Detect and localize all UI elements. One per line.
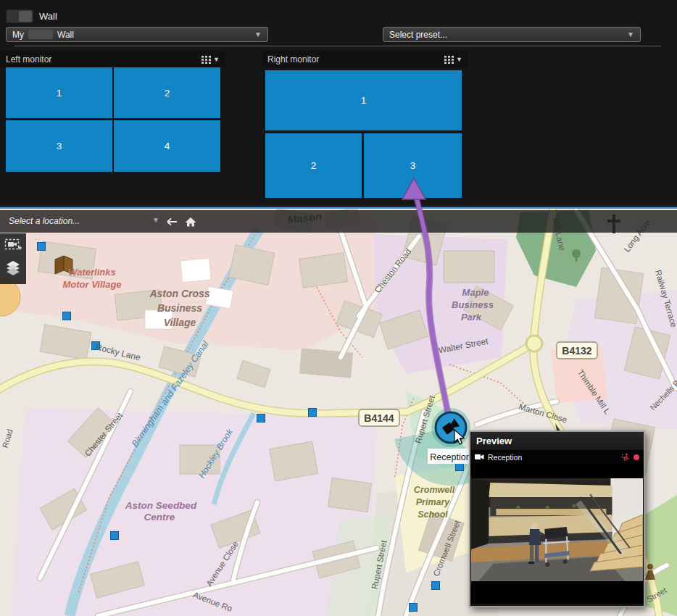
- wall-selector-suffix: Wall: [57, 30, 74, 40]
- location-dropdown-caret-icon[interactable]: ▼: [152, 216, 159, 224]
- right-monitor-title: Right monitor: [267, 54, 319, 64]
- chevron-down-icon: ▼: [456, 56, 462, 63]
- map-camera-marker[interactable]: [111, 532, 119, 540]
- right-monitor-tile-3[interactable]: 3: [364, 133, 462, 198]
- map-label: Maple: [462, 287, 489, 298]
- right-monitor-header: Right monitor ▼: [262, 51, 468, 68]
- grid-layout-icon: [202, 56, 211, 64]
- map-toolbar: Select a location... ▼: [0, 210, 677, 233]
- layers-icon: [5, 260, 21, 276]
- map-layers-button[interactable]: [3, 259, 23, 278]
- camera-icon: [475, 454, 484, 460]
- preview-window: Preview Reception: [469, 430, 645, 607]
- map-label: Business: [452, 299, 494, 310]
- map-back-button[interactable]: [164, 214, 180, 230]
- wall-toggle-label: Wall: [39, 11, 57, 22]
- map-camera-marker[interactable]: [456, 463, 464, 471]
- map-label: Business: [157, 302, 202, 314]
- map-camera-marker[interactable]: [63, 312, 71, 320]
- motion-detected-icon: [621, 453, 630, 462]
- map-label: Village: [164, 317, 196, 328]
- back-arrow-icon: [166, 217, 178, 226]
- wall-selector-dropdown[interactable]: My Wall ▼: [6, 27, 268, 42]
- left-monitor-layout-button[interactable]: ▼: [202, 56, 220, 64]
- map-label: Centre: [144, 512, 175, 523]
- left-monitor-tile-1[interactable]: 1: [6, 67, 112, 118]
- camera-feed-image: [471, 478, 643, 581]
- right-monitor-tile-2[interactable]: 2: [265, 133, 362, 198]
- road-badge-label: B4144: [364, 412, 394, 424]
- chevron-down-icon: ▼: [254, 30, 262, 38]
- left-monitor-title: Left monitor: [6, 54, 51, 64]
- chevron-down-icon: ▼: [213, 56, 220, 63]
- recording-indicator-dot: [634, 454, 639, 460]
- left-monitor-tile-2[interactable]: 2: [114, 67, 220, 118]
- map-camera-marker[interactable]: [38, 243, 46, 251]
- preset-placeholder: Select preset...: [389, 30, 447, 40]
- camera-select-icon: [4, 237, 22, 253]
- right-monitor-layout-button[interactable]: ▼: [444, 56, 462, 64]
- preview-camera-header: Reception: [470, 451, 644, 463]
- map-label: Cromwell: [414, 485, 455, 495]
- map-camera-marker[interactable]: [257, 415, 265, 423]
- left-monitor-tile-4[interactable]: 4: [114, 120, 220, 172]
- map-tool-strip: [0, 233, 26, 284]
- map-label: Primary: [416, 497, 451, 507]
- map-label: Motor Village: [62, 279, 121, 290]
- map-label: School: [418, 509, 448, 520]
- map-camera-marker[interactable]: [309, 409, 317, 417]
- grid-layout-icon: [444, 56, 454, 64]
- left-monitor-header: Left monitor ▼: [0, 51, 225, 68]
- map-label: Aston Cross: [149, 288, 209, 299]
- map-camera-marker[interactable]: [432, 582, 440, 590]
- location-search-input[interactable]: Select a location...: [9, 216, 80, 226]
- header-divider: [14, 46, 661, 46]
- preset-selector-dropdown[interactable]: Select preset... ▼: [383, 27, 641, 42]
- redacted-wall-name: [28, 30, 53, 39]
- select-camera-tool-button[interactable]: [3, 236, 23, 254]
- left-monitor-tile-3[interactable]: 3: [6, 120, 112, 172]
- right-monitor-tile-1[interactable]: 1: [265, 70, 462, 130]
- map-label: Park: [461, 312, 482, 322]
- map-label: Aston Seedbed: [125, 500, 197, 511]
- preview-camera-name: Reception: [488, 453, 522, 462]
- preview-video: [470, 463, 644, 604]
- map-home-button[interactable]: [183, 214, 199, 230]
- smart-wall-app: Wall My Wall ▼ Select preset... ▼ Left m…: [0, 0, 677, 616]
- map-label: Waterlinks: [68, 267, 116, 278]
- home-icon: [185, 217, 196, 227]
- preview-indicators: [621, 453, 639, 462]
- preview-title: Preview: [470, 432, 644, 451]
- road-badge-label: B4132: [562, 345, 591, 357]
- camera-name-text: Reception: [430, 452, 470, 462]
- chevron-down-icon: ▼: [627, 30, 634, 38]
- wall-toggle-knob: [19, 11, 32, 22]
- wall-toggle[interactable]: [6, 9, 33, 23]
- camera-name-label: Reception: [428, 449, 473, 464]
- map-camera-marker[interactable]: [410, 604, 418, 612]
- wall-selector-prefix: My: [12, 30, 24, 40]
